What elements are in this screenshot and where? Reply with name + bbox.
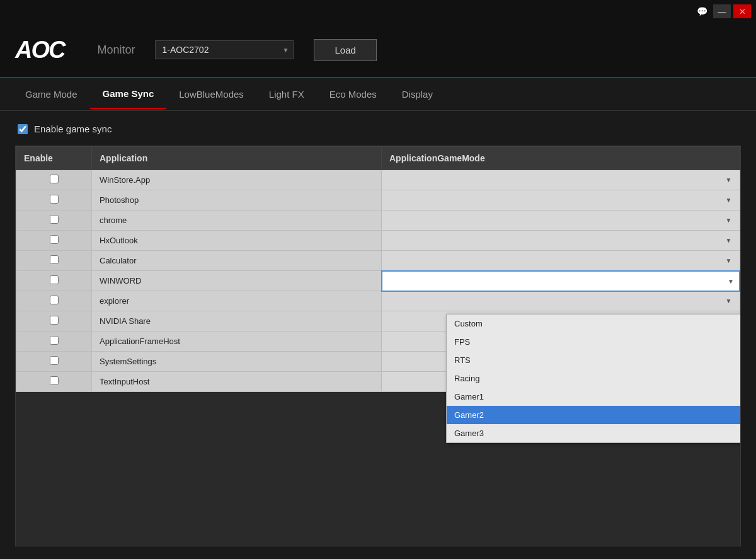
row-2-mode-cell: ▼ xyxy=(382,190,740,210)
row-1-enable-cell xyxy=(16,170,92,190)
row-5-enable-cell xyxy=(16,251,92,271)
dropdown-option-gamer2[interactable]: Gamer2 xyxy=(447,406,741,424)
row-2-checkbox[interactable] xyxy=(50,195,59,204)
row-8-checkbox[interactable] xyxy=(50,316,59,325)
row-7-mode-cell: ▼ xyxy=(382,291,740,311)
nav-tabs: Game Mode Game Sync LowBlueModes Light F… xyxy=(0,78,756,111)
titlebar: 💬 — ✕ xyxy=(0,0,756,23)
row-1-mode-cell: ▼ xyxy=(382,170,740,190)
row-6-mode-input[interactable] xyxy=(382,272,740,291)
monitor-select[interactable]: 1-AOC2702 2-AOC2702 xyxy=(155,40,294,59)
row-7-app-name: explorer xyxy=(92,291,382,311)
dropdown-option-fps[interactable]: FPS xyxy=(447,333,741,351)
row-6-checkbox[interactable] xyxy=(50,275,59,284)
row-11-enable-cell xyxy=(16,372,92,392)
row-3-enable-cell xyxy=(16,210,92,231)
row-4-checkbox[interactable] xyxy=(50,235,59,244)
row-7-dropdown-arrow: ▼ xyxy=(726,297,732,304)
tab-eco-modes[interactable]: Eco Modes xyxy=(317,80,389,108)
row-4-enable-cell xyxy=(16,231,92,251)
tab-game-mode[interactable]: Game Mode xyxy=(13,80,90,108)
row-11-app-name: TextInputHost xyxy=(92,372,382,392)
enable-sync-label[interactable]: Enable game sync xyxy=(34,124,112,134)
tab-light-fx[interactable]: Light FX xyxy=(256,80,317,108)
row-3-checkbox[interactable] xyxy=(50,215,59,224)
minimize-button[interactable]: — xyxy=(713,4,731,18)
tab-game-sync[interactable]: Game Sync xyxy=(90,79,167,109)
enable-sync-checkbox[interactable] xyxy=(18,124,28,134)
row-4-app-name: HxOutlook xyxy=(92,231,382,251)
row-5-mode-cell: ▼ xyxy=(382,251,740,271)
row-3-app-name: chrome xyxy=(92,210,382,231)
col-header-application: Application xyxy=(92,147,382,170)
table-row: Calculator ▼ xyxy=(16,251,740,271)
close-button[interactable]: ✕ xyxy=(733,4,751,18)
col-header-gamemode: ApplicationGameMode xyxy=(382,147,740,170)
enable-game-sync-row: Enable game sync xyxy=(15,124,741,134)
row-3-mode-cell: ▼ xyxy=(382,210,740,231)
row-10-enable-cell xyxy=(16,352,92,372)
mode-dropdown-list[interactable]: Custom FPS RTS Racing Gamer1 Gamer2 Game… xyxy=(446,314,741,443)
table-row: Photoshop ▼ xyxy=(16,190,740,210)
row-7-checkbox[interactable] xyxy=(50,296,59,304)
row-1-checkbox[interactable] xyxy=(50,175,59,183)
dropdown-option-custom[interactable]: Custom xyxy=(447,314,741,333)
chat-icon: 💬 xyxy=(693,4,711,18)
row-6-app-name: WINWORD xyxy=(92,271,382,291)
col-header-enable: Enable xyxy=(16,147,92,170)
table-header-row: Enable Application ApplicationGameMode xyxy=(16,147,740,170)
row-2-dropdown-arrow: ▼ xyxy=(726,197,732,204)
table-row: explorer ▼ xyxy=(16,291,740,311)
row-1-app-name: WinStore.App xyxy=(92,170,382,190)
row-10-checkbox[interactable] xyxy=(50,356,59,365)
main-content: Enable game sync Enable Application Appl… xyxy=(0,111,756,559)
load-button[interactable]: Load xyxy=(314,39,376,61)
row-4-mode-cell: ▼ xyxy=(382,231,740,251)
table-row: WinStore.App ▼ xyxy=(16,170,740,190)
row-10-app-name: SystemSettings xyxy=(92,352,382,372)
table-row: HxOutlook ▼ xyxy=(16,231,740,251)
header: AOC Monitor 1-AOC2702 2-AOC2702 Load xyxy=(0,23,756,78)
dropdown-option-racing[interactable]: Racing xyxy=(447,369,741,388)
row-4-dropdown-arrow: ▼ xyxy=(726,237,732,244)
row-5-app-name: Calculator xyxy=(92,251,382,271)
row-3-dropdown-arrow: ▼ xyxy=(726,217,732,224)
row-6-dropdown-arrow-open: ▼ xyxy=(728,277,734,284)
row-2-enable-cell xyxy=(16,190,92,210)
row-11-checkbox[interactable] xyxy=(50,376,59,385)
row-2-app-name: Photoshop xyxy=(92,190,382,210)
row-8-enable-cell xyxy=(16,311,92,331)
tab-display[interactable]: Display xyxy=(389,80,445,108)
row-7-enable-cell xyxy=(16,291,92,311)
dropdown-option-gamer3[interactable]: Gamer3 xyxy=(447,424,741,442)
row-6-mode-cell-open[interactable]: ▼ xyxy=(382,271,740,291)
row-9-enable-cell xyxy=(16,331,92,352)
row-9-checkbox[interactable] xyxy=(50,336,59,345)
tab-low-blue-modes[interactable]: LowBlueModes xyxy=(166,80,256,108)
row-6-enable-cell xyxy=(16,271,92,291)
row-9-app-name: ApplicationFrameHost xyxy=(92,331,382,352)
table-row: WINWORD ▼ xyxy=(16,271,740,291)
aoc-logo: AOC xyxy=(15,37,64,64)
dropdown-option-gamer1[interactable]: Gamer1 xyxy=(447,388,741,406)
table-row: chrome ▼ xyxy=(16,210,740,231)
monitor-select-wrapper: 1-AOC2702 2-AOC2702 xyxy=(155,40,294,59)
row-5-dropdown-arrow: ▼ xyxy=(726,257,732,264)
row-5-checkbox[interactable] xyxy=(50,255,59,264)
monitor-label: Monitor xyxy=(97,43,135,57)
row-1-dropdown-arrow: ▼ xyxy=(726,176,732,183)
row-8-app-name: NVIDIA Share xyxy=(92,311,382,331)
dropdown-option-rts[interactable]: RTS xyxy=(447,351,741,369)
app-table-container: Enable Application ApplicationGameMode W… xyxy=(15,146,741,546)
